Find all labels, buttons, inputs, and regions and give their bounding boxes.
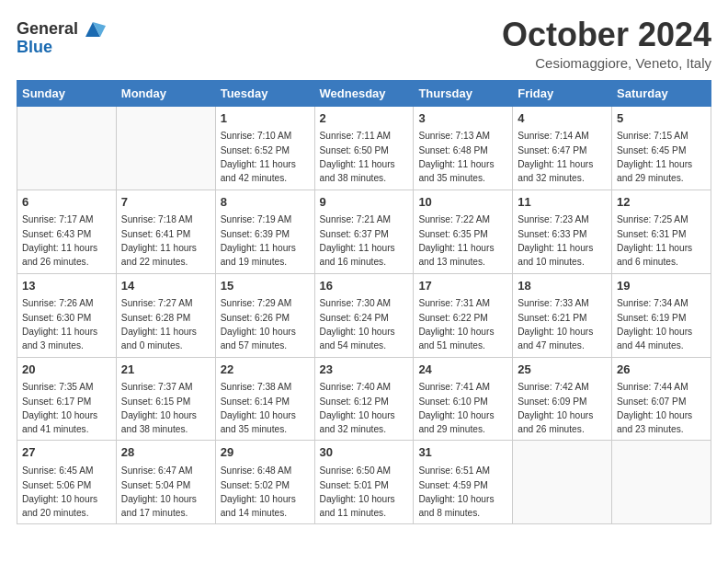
calendar-cell: 31Sunrise: 6:51 AMSunset: 4:59 PMDayligh… [414,441,513,524]
calendar-cell: 4Sunrise: 7:14 AMSunset: 6:47 PMDaylight… [513,106,612,190]
day-number: 18 [518,278,607,295]
weekday-header-row: SundayMondayTuesdayWednesdayThursdayFrid… [17,80,711,106]
day-info: Sunrise: 7:10 AMSunset: 6:52 PMDaylight:… [221,131,296,183]
calendar-week-row: 1Sunrise: 7:10 AMSunset: 6:52 PMDaylight… [17,106,711,190]
day-info: Sunrise: 6:50 AMSunset: 5:01 PMDaylight:… [320,465,395,518]
weekday-header: Thursday [414,80,513,106]
day-number: 23 [320,362,409,379]
day-info: Sunrise: 7:44 AMSunset: 6:07 PMDaylight:… [617,382,692,434]
day-info: Sunrise: 7:42 AMSunset: 6:09 PMDaylight:… [518,382,593,434]
calendar-cell: 11Sunrise: 7:23 AMSunset: 6:33 PMDayligh… [513,190,612,273]
calendar-cell: 27Sunrise: 6:45 AMSunset: 5:06 PMDayligh… [17,441,117,524]
calendar-cell: 21Sunrise: 7:37 AMSunset: 6:15 PMDayligh… [116,357,215,441]
day-info: Sunrise: 6:48 AMSunset: 5:02 PMDaylight:… [221,465,296,518]
weekday-header: Saturday [612,80,711,106]
day-info: Sunrise: 7:17 AMSunset: 6:43 PMDaylight:… [22,214,97,267]
calendar-cell: 13Sunrise: 7:26 AMSunset: 6:30 PMDayligh… [17,273,117,357]
calendar-week-row: 20Sunrise: 7:35 AMSunset: 6:17 PMDayligh… [17,357,711,441]
logo-blue-text: Blue [17,38,52,56]
day-info: Sunrise: 7:22 AMSunset: 6:35 PMDaylight:… [418,214,494,267]
day-number: 8 [221,194,310,212]
day-info: Sunrise: 7:30 AMSunset: 6:24 PMDaylight:… [320,298,395,350]
calendar-week-row: 27Sunrise: 6:45 AMSunset: 5:06 PMDayligh… [17,441,711,524]
calendar-cell: 18Sunrise: 7:33 AMSunset: 6:21 PMDayligh… [513,273,612,357]
day-info: Sunrise: 7:13 AMSunset: 6:48 PMDaylight:… [418,131,494,183]
day-info: Sunrise: 7:18 AMSunset: 6:41 PMDaylight:… [121,214,197,267]
day-number: 9 [320,194,409,212]
weekday-header: Monday [116,80,215,106]
calendar-cell: 5Sunrise: 7:15 AMSunset: 6:45 PMDaylight… [612,106,711,190]
day-number: 2 [320,110,409,128]
day-number: 4 [518,110,607,128]
day-info: Sunrise: 6:47 AMSunset: 5:04 PMDaylight:… [121,465,197,518]
calendar-cell: 15Sunrise: 7:29 AMSunset: 6:26 PMDayligh… [215,273,314,357]
day-number: 13 [22,278,111,295]
day-info: Sunrise: 6:51 AMSunset: 4:59 PMDaylight:… [418,465,494,518]
calendar-cell: 3Sunrise: 7:13 AMSunset: 6:48 PMDaylight… [414,106,513,190]
day-number: 17 [418,278,507,295]
day-info: Sunrise: 7:25 AMSunset: 6:31 PMDaylight:… [617,214,692,267]
day-number: 30 [320,444,409,462]
calendar-cell: 19Sunrise: 7:34 AMSunset: 6:19 PMDayligh… [612,273,711,357]
calendar-cell: 2Sunrise: 7:11 AMSunset: 6:50 PMDaylight… [314,106,414,190]
calendar-cell: 28Sunrise: 6:47 AMSunset: 5:04 PMDayligh… [116,441,215,524]
day-number: 12 [617,194,706,212]
day-number: 20 [22,362,111,379]
weekday-header: Friday [513,80,612,106]
calendar-week-row: 13Sunrise: 7:26 AMSunset: 6:30 PMDayligh… [17,273,711,357]
day-info: Sunrise: 7:23 AMSunset: 6:33 PMDaylight:… [518,214,593,267]
day-number: 22 [221,362,310,379]
calendar-cell: 23Sunrise: 7:40 AMSunset: 6:12 PMDayligh… [314,357,414,441]
day-number: 7 [121,194,210,212]
day-info: Sunrise: 7:41 AMSunset: 6:10 PMDaylight:… [418,382,494,434]
calendar-cell: 7Sunrise: 7:18 AMSunset: 6:41 PMDaylight… [116,190,215,273]
day-number: 10 [418,194,507,212]
day-number: 1 [221,110,310,128]
calendar-cell: 14Sunrise: 7:27 AMSunset: 6:28 PMDayligh… [116,273,215,357]
day-number: 27 [22,444,111,462]
day-info: Sunrise: 7:38 AMSunset: 6:14 PMDaylight:… [221,382,296,434]
day-number: 11 [518,194,607,212]
weekday-header: Tuesday [215,80,314,106]
calendar-cell: 9Sunrise: 7:21 AMSunset: 6:37 PMDaylight… [314,190,414,273]
calendar-table: SundayMondayTuesdayWednesdayThursdayFrid… [17,80,711,525]
month-title: October 2024 [502,17,711,53]
day-number: 29 [221,444,310,462]
header: General Blue October 2024 Cesiomaggiore,… [17,17,711,71]
title-block: October 2024 Cesiomaggiore, Veneto, Ital… [502,17,711,71]
logo-icon [80,17,106,42]
day-number: 14 [121,278,210,295]
logo: General Blue [17,17,106,57]
day-number: 19 [617,278,706,295]
logo-general-text: General [17,20,78,39]
calendar-cell: 20Sunrise: 7:35 AMSunset: 6:17 PMDayligh… [17,357,117,441]
day-info: Sunrise: 7:29 AMSunset: 6:26 PMDaylight:… [221,298,296,350]
day-info: Sunrise: 7:26 AMSunset: 6:30 PMDaylight:… [22,298,97,350]
day-info: Sunrise: 7:11 AMSunset: 6:50 PMDaylight:… [320,131,395,183]
day-info: Sunrise: 7:40 AMSunset: 6:12 PMDaylight:… [320,382,395,434]
calendar-cell: 10Sunrise: 7:22 AMSunset: 6:35 PMDayligh… [414,190,513,273]
day-info: Sunrise: 7:35 AMSunset: 6:17 PMDaylight:… [22,382,97,434]
day-info: Sunrise: 7:37 AMSunset: 6:15 PMDaylight:… [121,382,197,434]
calendar-cell: 8Sunrise: 7:19 AMSunset: 6:39 PMDaylight… [215,190,314,273]
calendar-cell [116,106,215,190]
calendar-cell: 24Sunrise: 7:41 AMSunset: 6:10 PMDayligh… [414,357,513,441]
day-number: 6 [22,194,111,212]
day-number: 28 [121,444,210,462]
location: Cesiomaggiore, Veneto, Italy [502,55,711,71]
calendar-cell: 16Sunrise: 7:30 AMSunset: 6:24 PMDayligh… [314,273,414,357]
day-number: 26 [617,362,706,379]
day-number: 25 [518,362,607,379]
calendar-cell [513,441,612,524]
calendar-cell: 29Sunrise: 6:48 AMSunset: 5:02 PMDayligh… [215,441,314,524]
day-info: Sunrise: 7:31 AMSunset: 6:22 PMDaylight:… [418,298,494,350]
calendar-cell: 12Sunrise: 7:25 AMSunset: 6:31 PMDayligh… [612,190,711,273]
day-number: 5 [617,110,706,128]
day-number: 3 [418,110,507,128]
calendar-cell: 30Sunrise: 6:50 AMSunset: 5:01 PMDayligh… [314,441,414,524]
day-info: Sunrise: 7:21 AMSunset: 6:37 PMDaylight:… [320,214,395,267]
day-number: 31 [418,444,507,462]
day-number: 24 [418,362,507,379]
day-number: 16 [320,278,409,295]
calendar-cell: 26Sunrise: 7:44 AMSunset: 6:07 PMDayligh… [612,357,711,441]
